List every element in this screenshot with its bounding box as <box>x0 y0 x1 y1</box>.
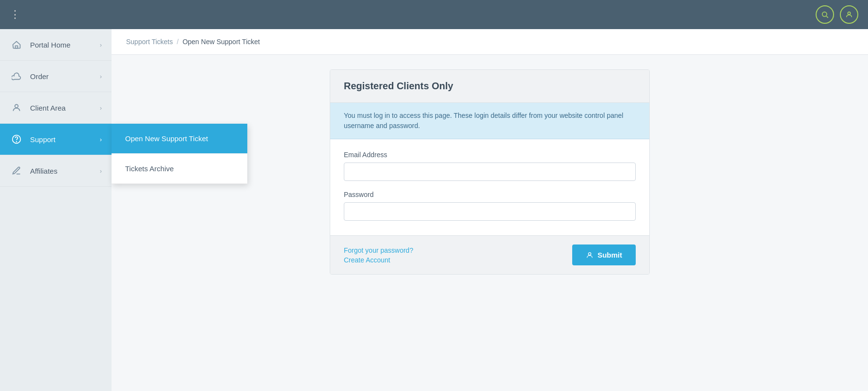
svg-rect-3 <box>16 46 18 49</box>
sidebar: Portal Home › Order › Client Area › <box>0 29 112 391</box>
password-form-group: Password <box>344 191 636 221</box>
password-input[interactable] <box>344 202 636 221</box>
sidebar-label-order: Order <box>30 72 100 81</box>
submit-button[interactable]: Submit <box>572 244 636 265</box>
sidebar-label-client-area: Client Area <box>30 104 100 112</box>
topbar: ⋮ <box>0 0 868 29</box>
card-header: Registered Clients Only <box>330 70 649 103</box>
support-icon <box>10 132 23 146</box>
user-button[interactable] <box>840 5 858 24</box>
card-footer: Forgot your password? Create Account Sub… <box>330 235 649 274</box>
sidebar-item-portal-home[interactable]: Portal Home › <box>0 29 112 61</box>
breadcrumb: Support Tickets / Open New Support Ticke… <box>112 29 868 55</box>
sidebar-item-order[interactable]: Order › <box>0 61 112 92</box>
svg-point-6 <box>16 142 17 142</box>
search-button[interactable] <box>816 5 834 24</box>
footer-links: Forgot your password? Create Account <box>344 246 413 264</box>
form-section: Email Address Password <box>330 139 649 235</box>
person-icon <box>10 101 23 114</box>
cloud-icon <box>10 69 23 83</box>
svg-point-2 <box>848 12 850 15</box>
email-label: Email Address <box>344 151 636 159</box>
breadcrumb-separator: / <box>177 38 179 46</box>
breadcrumb-current: Open New Support Ticket <box>182 38 260 46</box>
sidebar-label-portal-home: Portal Home <box>30 41 100 49</box>
sidebar-item-support[interactable]: Support › Open New Support Ticket Ticket… <box>0 124 112 155</box>
sidebar-item-affiliates[interactable]: Affiliates › <box>0 155 112 187</box>
create-account-link[interactable]: Create Account <box>344 256 413 264</box>
svg-point-7 <box>588 252 591 255</box>
chevron-icon: › <box>100 104 102 112</box>
sidebar-label-support: Support <box>30 135 100 144</box>
dropdown-item-tickets-archive[interactable]: Tickets Archive <box>112 154 247 184</box>
chevron-icon: › <box>100 73 102 80</box>
topbar-left: ⋮ <box>10 8 21 21</box>
sidebar-item-client-area[interactable]: Client Area › <box>0 92 112 124</box>
email-form-group: Email Address <box>344 151 636 181</box>
menu-dots-icon[interactable]: ⋮ <box>10 8 21 21</box>
login-card: Registered Clients Only You must log in … <box>330 69 650 275</box>
topbar-right <box>816 5 858 24</box>
home-icon <box>10 38 23 51</box>
email-input[interactable] <box>344 163 636 181</box>
card-title: Registered Clients Only <box>344 81 636 92</box>
svg-line-1 <box>826 16 828 17</box>
info-text: You must log in to access this page. The… <box>344 112 623 130</box>
info-box: You must log in to access this page. The… <box>330 103 649 139</box>
card-body: You must log in to access this page. The… <box>330 103 649 235</box>
forgot-password-link[interactable]: Forgot your password? <box>344 246 413 254</box>
affiliates-icon <box>10 164 23 178</box>
dropdown-item-open-ticket[interactable]: Open New Support Ticket <box>112 124 247 154</box>
content-area: Support Tickets / Open New Support Ticke… <box>112 29 868 391</box>
support-dropdown: Open New Support Ticket Tickets Archive <box>112 124 247 184</box>
chevron-icon: › <box>100 41 102 49</box>
submit-label: Submit <box>597 251 622 259</box>
breadcrumb-link[interactable]: Support Tickets <box>126 38 173 46</box>
chevron-icon: › <box>100 167 102 175</box>
svg-point-4 <box>15 104 18 108</box>
svg-point-0 <box>822 12 827 16</box>
password-label: Password <box>344 191 636 198</box>
sidebar-label-affiliates: Affiliates <box>30 167 100 175</box>
chevron-icon: › <box>100 136 102 143</box>
main-layout: Portal Home › Order › Client Area › <box>0 29 868 391</box>
